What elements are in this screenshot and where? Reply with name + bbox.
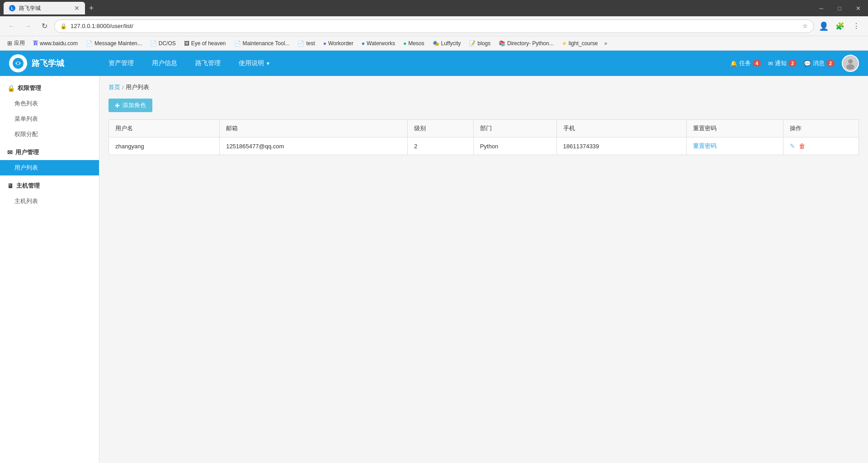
plus-icon: ✚: [115, 102, 120, 109]
bookmark-apps[interactable]: ⊞ 应用: [4, 38, 28, 49]
breadcrumb: 首页 / 用户列表: [108, 83, 859, 91]
sidebar-item-user-list[interactable]: 用户列表: [0, 160, 99, 175]
close-window-button[interactable]: ✕: [852, 3, 864, 14]
maintenance-icon: 📄: [234, 40, 241, 47]
sidebar-section-hosts: 🖥 主机管理 主机列表: [0, 177, 99, 209]
sidebar-item-permissions[interactable]: 权限分配: [0, 127, 99, 142]
address-bar[interactable]: 🔒 127.0.0.1:8000/user/list/ ☆: [54, 19, 814, 33]
bookmark-baidu[interactable]: 百 www.baidu.com: [29, 38, 81, 49]
extensions-icon[interactable]: 🧩: [834, 20, 846, 33]
sidebar-item-roles[interactable]: 角色列表: [0, 96, 99, 111]
sidebar-item-host-list[interactable]: 主机列表: [0, 194, 99, 209]
tasks-count-badge: 4: [753, 60, 761, 66]
lock-section-icon: 🔒: [7, 85, 15, 92]
bookmark-luffycity[interactable]: 🎭 Luffycity: [429, 38, 465, 49]
cell-reset-password: 重置密码: [686, 137, 783, 155]
col-department: 部门: [473, 120, 557, 137]
reset-password-link[interactable]: 重置密码: [693, 142, 717, 149]
blogs-icon: 📝: [469, 40, 476, 47]
messages-count-badge: 2: [826, 60, 835, 66]
doc-icon: 📄: [86, 40, 93, 47]
content-area: 首页 / 用户列表 ✚ 添加角色 用户名 邮箱 级别 部门 手机: [99, 76, 868, 463]
maximize-button[interactable]: □: [834, 3, 845, 14]
directory-icon: 📚: [499, 40, 505, 47]
tab-title: 路飞学城: [19, 5, 41, 12]
sidebar-section-permissions-header: 🔒 权限管理: [0, 80, 99, 96]
col-email: 邮箱: [220, 120, 408, 137]
bookmarks-more-button[interactable]: »: [602, 39, 609, 47]
bookmark-test[interactable]: 📄 test: [294, 38, 318, 49]
bookmark-maintenance[interactable]: 📄 Maintenance Tool...: [231, 38, 293, 49]
browser-tab[interactable]: L 路飞学城 ✕: [4, 2, 85, 14]
col-actions: 操作: [783, 120, 859, 137]
notifications-count-badge: 2: [788, 60, 797, 66]
new-tab-button[interactable]: +: [85, 2, 98, 14]
bookmark-mesos[interactable]: ● Mesos: [400, 38, 428, 49]
cell-department: Python: [473, 137, 557, 155]
profile-icon[interactable]: 👤: [817, 20, 830, 33]
col-phone: 手机: [557, 120, 686, 137]
nav-item-help[interactable]: 使用说明 ▼: [230, 51, 279, 76]
mesos-icon: ●: [403, 40, 406, 47]
envelope-icon: ✉: [768, 60, 773, 67]
action-icons: ✎ 🗑: [790, 142, 852, 150]
back-button[interactable]: ←: [5, 20, 18, 33]
minimize-button[interactable]: ─: [816, 3, 827, 14]
dcos-icon: 📄: [150, 40, 157, 47]
notifications-badge[interactable]: ✉ 通知 2: [768, 59, 797, 67]
col-username: 用户名: [109, 120, 220, 137]
breadcrumb-home-link[interactable]: 首页: [108, 83, 120, 91]
main-layout: 🔒 权限管理 角色列表 菜单列表 权限分配 ✉ 用户管理: [0, 76, 868, 463]
logo-icon: [9, 54, 27, 72]
tab-close-icon[interactable]: ✕: [74, 5, 80, 12]
nav-item-luffy[interactable]: 路飞管理: [186, 51, 230, 76]
baidu-icon: 百: [33, 40, 38, 47]
forward-button[interactable]: →: [22, 20, 34, 33]
bookmark-light-course[interactable]: ★ light_course: [558, 38, 602, 49]
add-role-button[interactable]: ✚ 添加角色: [108, 99, 152, 112]
bookmark-blogs[interactable]: 📝 blogs: [465, 38, 494, 49]
sidebar-item-menus[interactable]: 菜单列表: [0, 111, 99, 127]
nav-item-assets[interactable]: 资产管理: [99, 51, 143, 76]
col-reset-password: 重置密码: [686, 120, 783, 137]
sidebar-section-users: ✉ 用户管理 用户列表: [0, 144, 99, 175]
bookmark-workorder[interactable]: ● Workorder: [320, 38, 357, 49]
sidebar-section-users-header: ✉ 用户管理: [0, 144, 99, 160]
bookmark-message[interactable]: 📄 Message Mainten...: [82, 38, 146, 49]
svg-point-1: [17, 62, 19, 65]
svg-point-2: [848, 59, 853, 64]
browser-title-bar: L 路飞学城 ✕ + ─ □ ✕: [0, 0, 868, 16]
chat-icon: 💬: [804, 60, 811, 67]
user-avatar[interactable]: [842, 55, 859, 72]
delete-icon[interactable]: 🗑: [799, 142, 805, 150]
bookmark-waterworks[interactable]: ● Waterworks: [358, 38, 399, 49]
nav-item-users[interactable]: 用户信息: [143, 51, 186, 76]
user-table: 用户名 邮箱 级别 部门 手机 重置密码 操作 zhangyang 125186…: [108, 119, 859, 155]
tasks-badge[interactable]: 🔔 任务 4: [730, 59, 761, 67]
bell-icon: 🔔: [730, 60, 737, 67]
bookmark-star-icon[interactable]: ☆: [802, 23, 808, 29]
breadcrumb-separator: /: [122, 84, 124, 91]
edit-icon[interactable]: ✎: [790, 142, 795, 150]
sidebar-section-hosts-header: 🖥 主机管理: [0, 177, 99, 194]
bookmarks-bar: ⊞ 应用 百 www.baidu.com 📄 Message Mainten..…: [0, 36, 868, 51]
bookmark-eye-of-heaven[interactable]: 🖼 Eye of heaven: [180, 38, 230, 49]
cell-actions: ✎ 🗑: [783, 137, 859, 155]
bookmark-dcos[interactable]: 📄 DC/OS: [146, 38, 179, 49]
top-nav-menu: 资产管理 用户信息 路飞管理 使用说明 ▼: [99, 51, 721, 76]
svg-point-3: [846, 64, 854, 70]
workorder-icon: ●: [323, 40, 326, 47]
table-header: 用户名 邮箱 级别 部门 手机 重置密码 操作: [109, 120, 859, 137]
reload-button[interactable]: ↻: [38, 20, 51, 33]
menu-icon[interactable]: ⋮: [850, 20, 863, 33]
top-nav: 路飞学城 资产管理 用户信息 路飞管理 使用说明 ▼ 🔔 任务 4: [0, 51, 868, 76]
cell-username: zhangyang: [109, 137, 220, 155]
bookmark-directory[interactable]: 📚 Directory- Python...: [495, 38, 557, 49]
top-nav-right: 🔔 任务 4 ✉ 通知 2 💬 消息 2: [721, 55, 868, 72]
light-course-icon: ★: [562, 40, 567, 47]
messages-badge[interactable]: 💬 消息 2: [804, 59, 835, 67]
eye-icon: 🖼: [184, 40, 189, 47]
tab-favicon: L: [9, 5, 15, 11]
logo-area: 路飞学城: [0, 54, 99, 72]
luffycity-icon: 🎭: [433, 40, 439, 47]
